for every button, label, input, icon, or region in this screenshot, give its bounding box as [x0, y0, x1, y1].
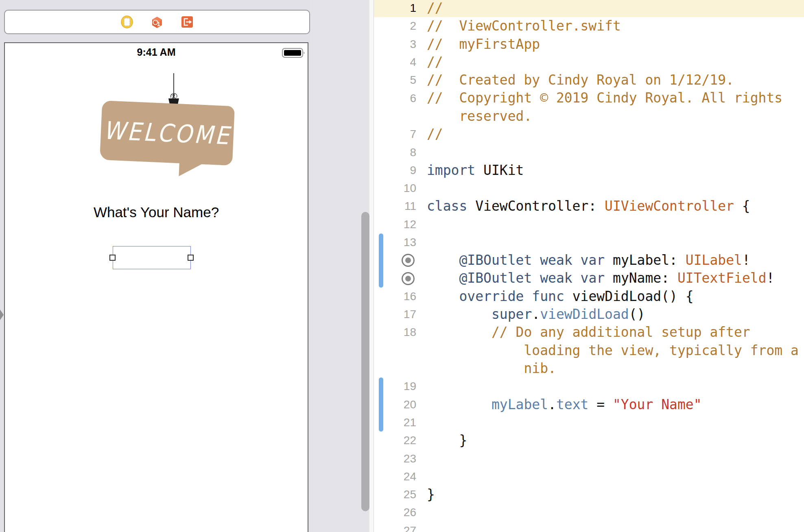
line-number: 4 — [374, 56, 416, 69]
code-line[interactable]: 19 — [374, 377, 804, 395]
line-number: 27 — [374, 524, 416, 532]
line-number: 22 — [374, 434, 416, 447]
phone-canvas: 9:41 AM WELCOME What's Your Name? — [4, 42, 308, 532]
code-line[interactable]: 17 super.viewDidLoad() — [374, 305, 804, 323]
code-line[interactable]: 12 — [374, 216, 804, 233]
code-line[interactable]: 5// Created by Cindy Royal on 1/12/19. — [374, 71, 804, 89]
scrollbar-track — [369, 0, 374, 532]
line-number: 8 — [374, 146, 416, 159]
code-line[interactable]: 3// myFirstApp — [374, 35, 804, 53]
code-line[interactable]: 18 // Do any additional setup after — [374, 323, 804, 341]
welcome-image[interactable]: WELCOME — [100, 100, 235, 166]
code-line[interactable]: 23 — [374, 449, 804, 467]
line-number: 9 — [374, 164, 416, 177]
status-bar-time: 9:41 AM — [5, 46, 308, 58]
code-line[interactable]: @IBOutlet weak var myName: UITextField! — [374, 269, 804, 287]
line-number: 10 — [374, 182, 416, 195]
svg-text:1: 1 — [157, 21, 160, 27]
line-number: 2 — [374, 20, 416, 33]
selection-handle-left[interactable] — [109, 255, 116, 261]
line-number: 5 — [374, 74, 416, 87]
code-text: class ViewController: UIViewController { — [427, 197, 750, 215]
line-number: 17 — [374, 308, 416, 321]
line-number: 7 — [374, 128, 416, 141]
line-number: 12 — [374, 218, 416, 231]
code-text: @IBOutlet weak var myName: UITextField! — [427, 269, 774, 287]
code-line[interactable]: reserved. — [374, 107, 804, 125]
code-line[interactable]: 11class ViewController: UIViewController… — [374, 197, 804, 215]
code-line[interactable]: 9import UIKit — [374, 161, 804, 179]
code-line[interactable]: 4// — [374, 53, 804, 71]
code-text: import UIKit — [427, 161, 524, 179]
code-text: loading the view, typically from a — [427, 342, 799, 360]
name-question-label[interactable]: What's Your Name? — [5, 204, 308, 220]
line-number: 24 — [374, 470, 416, 483]
code-line[interactable]: 27 — [374, 522, 804, 532]
code-text: // — [427, 53, 443, 71]
code-line[interactable]: @IBOutlet weak var myLabel: UILabel! — [374, 251, 804, 269]
change-bar — [379, 377, 383, 432]
code-text: @IBOutlet weak var myLabel: UILabel! — [427, 251, 750, 269]
first-responder-icon[interactable]: 1 — [151, 15, 164, 28]
source-editor[interactable]: 1//2// ViewController.swift3// myFirstAp… — [374, 0, 804, 532]
code-text: // — [427, 0, 443, 17]
line-number: 1 — [374, 2, 416, 15]
line-number: 16 — [374, 290, 416, 303]
code-line[interactable]: 25} — [374, 486, 804, 504]
storyboard-panel: 1 9:41 AM — [0, 0, 310, 532]
code-rows[interactable]: 1//2// ViewController.swift3// myFirstAp… — [374, 0, 804, 532]
code-line[interactable]: 7// — [374, 125, 804, 143]
canvas-edge-arrow-icon[interactable] — [0, 310, 4, 320]
code-text: myLabel.text = "Your Name" — [427, 396, 702, 414]
code-text: } — [427, 486, 435, 504]
line-number: 26 — [374, 506, 416, 519]
code-text: nib. — [427, 360, 556, 377]
code-text: override func viewDidLoad() { — [427, 288, 694, 305]
code-text: // Created by Cindy Royal on 1/12/19. — [427, 71, 734, 89]
line-number: 11 — [374, 200, 416, 213]
panel-divider — [310, 0, 374, 532]
line-number: 3 — [374, 38, 416, 51]
code-line[interactable]: 2// ViewController.swift — [374, 17, 804, 35]
line-number: 25 — [374, 488, 416, 501]
code-line[interactable]: 26 — [374, 504, 804, 521]
code-text: reserved. — [427, 107, 532, 125]
code-line[interactable]: 20 myLabel.text = "Your Name" — [374, 396, 804, 414]
line-number: 18 — [374, 326, 416, 339]
name-text-field[interactable] — [113, 246, 191, 269]
change-bar — [379, 233, 383, 288]
view-controller-icon[interactable] — [120, 15, 133, 28]
code-line[interactable]: 6// Copyright © 2019 Cindy Royal. All ri… — [374, 89, 804, 107]
welcome-image-text: WELCOME — [103, 116, 232, 150]
exit-icon[interactable] — [181, 15, 194, 28]
code-text: // myFirstApp — [427, 35, 540, 53]
code-line[interactable]: 21 — [374, 414, 804, 432]
code-text: } — [427, 432, 467, 449]
code-text: // ViewController.swift — [427, 17, 621, 35]
code-line[interactable]: 16 override func viewDidLoad() { — [374, 288, 804, 305]
code-line[interactable]: 1// — [374, 0, 804, 17]
code-text: // — [427, 125, 443, 143]
code-line[interactable]: 10 — [374, 179, 804, 197]
code-line[interactable]: 13 — [374, 233, 804, 251]
code-line[interactable]: 8 — [374, 143, 804, 161]
line-number: 23 — [374, 452, 416, 465]
scrollbar-thumb[interactable] — [361, 212, 369, 511]
code-line[interactable]: loading the view, typically from a — [374, 342, 804, 360]
code-line[interactable]: nib. — [374, 360, 804, 377]
code-text: super.viewDidLoad() — [427, 305, 645, 323]
code-line[interactable]: 22 } — [374, 432, 804, 449]
scene-dock: 1 — [4, 10, 310, 34]
battery-icon — [282, 48, 306, 60]
line-number: 6 — [374, 92, 416, 105]
selection-handle-right[interactable] — [188, 255, 194, 261]
code-text: // Do any additional setup after — [427, 323, 750, 341]
code-text: // Copyright © 2019 Cindy Royal. All rig… — [427, 89, 782, 107]
code-line[interactable]: 24 — [374, 468, 804, 486]
